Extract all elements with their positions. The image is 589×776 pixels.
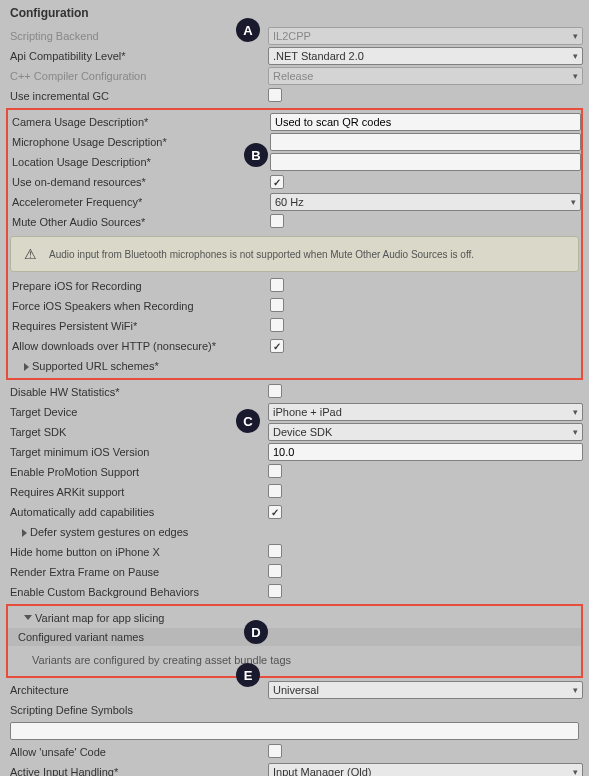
api-compat-dropdown[interactable]: .NET Standard 2.0 bbox=[268, 47, 583, 65]
marker-e: E bbox=[236, 663, 260, 687]
microphone-input[interactable] bbox=[270, 133, 581, 151]
camera-label: Camera Usage Description* bbox=[8, 116, 266, 128]
variant-map-foldout[interactable]: Variant map for app slicing bbox=[8, 612, 266, 624]
configured-variant-header: Configured variant names bbox=[8, 628, 581, 646]
promotion-label: Enable ProMotion Support bbox=[6, 466, 264, 478]
defer-foldout[interactable]: Defer system gestures on edges bbox=[6, 526, 264, 538]
variant-info-text: Variants are configured by creating asse… bbox=[8, 646, 581, 674]
warning-icon: ⚠ bbox=[21, 245, 39, 263]
http-label: Allow downloads over HTTP (nonsecure)* bbox=[8, 340, 266, 352]
ondemand-label: Use on-demand resources* bbox=[8, 176, 266, 188]
target-sdk-dropdown[interactable]: Device SDK bbox=[268, 423, 583, 441]
wifi-checkbox[interactable] bbox=[270, 318, 284, 332]
location-label: Location Usage Description* bbox=[8, 156, 266, 168]
group-d: Variant map for app slicing Configured v… bbox=[6, 604, 583, 678]
define-label: Scripting Define Symbols bbox=[6, 704, 264, 716]
mute-checkbox[interactable] bbox=[270, 214, 284, 228]
target-sdk-label: Target SDK bbox=[6, 426, 264, 438]
unsafe-label: Allow 'unsafe' Code bbox=[6, 746, 264, 758]
prepare-label: Prepare iOS for Recording bbox=[8, 280, 266, 292]
custom-bg-label: Enable Custom Background Behaviors bbox=[6, 586, 264, 598]
arkit-label: Requires ARKit support bbox=[6, 486, 264, 498]
force-speakers-checkbox[interactable] bbox=[270, 298, 284, 312]
disable-hw-checkbox[interactable] bbox=[268, 384, 282, 398]
wifi-label: Requires Persistent WiFi* bbox=[8, 320, 266, 332]
url-schemes-foldout[interactable]: Supported URL schemes* bbox=[8, 360, 266, 372]
foldout-arrow-icon bbox=[22, 529, 27, 537]
extra-frame-checkbox[interactable] bbox=[268, 564, 282, 578]
foldout-arrow-down-icon bbox=[24, 615, 32, 624]
group-b: Camera Usage Description* Microphone Usa… bbox=[6, 108, 583, 380]
min-ios-input[interactable] bbox=[268, 443, 583, 461]
define-input[interactable] bbox=[10, 722, 579, 740]
input-handling-label: Active Input Handling* bbox=[6, 766, 264, 776]
marker-a: A bbox=[236, 18, 260, 42]
cpp-compiler-dropdown: Release bbox=[268, 67, 583, 85]
foldout-arrow-icon bbox=[24, 363, 29, 371]
disable-hw-label: Disable HW Statistics* bbox=[6, 386, 264, 398]
target-device-dropdown[interactable]: iPhone + iPad bbox=[268, 403, 583, 421]
alert-text: Audio input from Bluetooth microphones i… bbox=[49, 249, 474, 260]
hide-home-label: Hide home button on iPhone X bbox=[6, 546, 264, 558]
cpp-compiler-label: C++ Compiler Configuration bbox=[6, 70, 264, 82]
section-header: Configuration bbox=[6, 4, 583, 26]
http-checkbox[interactable] bbox=[270, 339, 284, 353]
hide-home-checkbox[interactable] bbox=[268, 544, 282, 558]
prepare-checkbox[interactable] bbox=[270, 278, 284, 292]
audio-alert: ⚠ Audio input from Bluetooth microphones… bbox=[10, 236, 579, 272]
scripting-backend-label: Scripting Backend bbox=[6, 30, 264, 42]
input-handling-dropdown[interactable]: Input Manager (Old) bbox=[268, 763, 583, 776]
auto-caps-checkbox[interactable] bbox=[268, 505, 282, 519]
api-compat-label: Api Compatibility Level* bbox=[6, 50, 264, 62]
ondemand-checkbox[interactable] bbox=[270, 175, 284, 189]
marker-d: D bbox=[244, 620, 268, 644]
accel-label: Accelerometer Frequency* bbox=[8, 196, 266, 208]
custom-bg-checkbox[interactable] bbox=[268, 584, 282, 598]
microphone-label: Microphone Usage Description* bbox=[8, 136, 266, 148]
mute-label: Mute Other Audio Sources* bbox=[8, 216, 266, 228]
promotion-checkbox[interactable] bbox=[268, 464, 282, 478]
incremental-gc-checkbox[interactable] bbox=[268, 88, 282, 102]
scripting-backend-dropdown: IL2CPP bbox=[268, 27, 583, 45]
arkit-checkbox[interactable] bbox=[268, 484, 282, 498]
min-ios-label: Target minimum iOS Version bbox=[6, 446, 264, 458]
force-speakers-label: Force iOS Speakers when Recording bbox=[8, 300, 266, 312]
marker-c: C bbox=[236, 409, 260, 433]
camera-input[interactable] bbox=[270, 113, 581, 131]
accel-dropdown[interactable]: 60 Hz bbox=[270, 193, 581, 211]
marker-b: B bbox=[244, 143, 268, 167]
arch-label: Architecture bbox=[6, 684, 264, 696]
auto-caps-label: Automatically add capabilities bbox=[6, 506, 264, 518]
target-device-label: Target Device bbox=[6, 406, 264, 418]
unsafe-checkbox[interactable] bbox=[268, 744, 282, 758]
incremental-gc-label: Use incremental GC bbox=[6, 90, 264, 102]
arch-dropdown[interactable]: Universal bbox=[268, 681, 583, 699]
extra-frame-label: Render Extra Frame on Pause bbox=[6, 566, 264, 578]
location-input[interactable] bbox=[270, 153, 581, 171]
